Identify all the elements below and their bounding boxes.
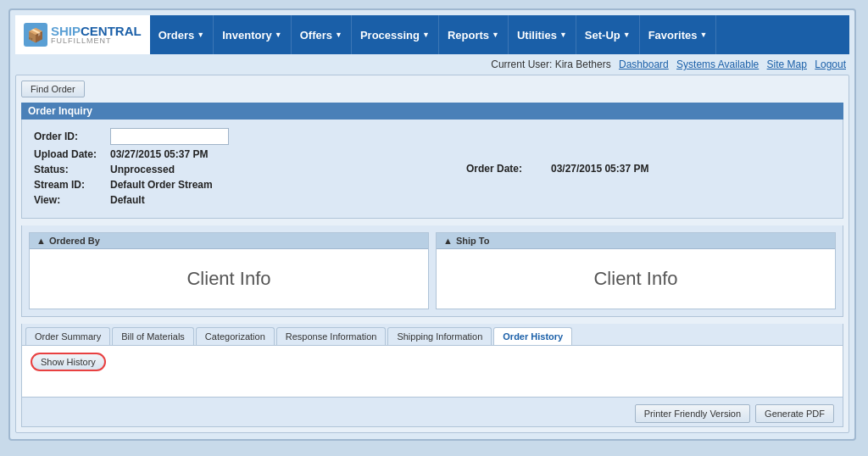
- nav-utilities[interactable]: Utilities ▼: [509, 15, 576, 54]
- logo-fulfillment: FULFILLMENT: [51, 37, 142, 45]
- dashboard-link[interactable]: Dashboard: [619, 58, 669, 70]
- nav-offers[interactable]: Offers ▼: [292, 15, 352, 54]
- order-fields: Order ID: Upload Date: 03/27/2015 05:37 …: [34, 128, 831, 209]
- order-inquiry-header: Order Inquiry: [21, 103, 843, 120]
- tab-bill-of-materials[interactable]: Bill of Materials: [112, 327, 194, 345]
- ordered-by-title: Ordered By: [49, 236, 100, 246]
- upload-date-label: Upload Date:: [34, 148, 110, 160]
- find-order-button[interactable]: Find Order: [21, 81, 85, 97]
- tabs-bar: Order Summary Bill of Materials Categori…: [22, 324, 843, 346]
- navbar: 📦 SHIPCENTRAL FULFILLMENT Orders ▼ Inven…: [15, 15, 849, 54]
- logo-area: 📦 SHIPCENTRAL FULFILLMENT: [15, 15, 150, 54]
- order-inquiry-body: Order ID: Upload Date: 03/27/2015 05:37 …: [21, 120, 843, 219]
- tab-response-information[interactable]: Response Information: [276, 327, 387, 345]
- generate-pdf-button[interactable]: Generate PDF: [755, 404, 834, 423]
- nav-favorites[interactable]: Favorites ▼: [640, 15, 717, 54]
- nav-setup[interactable]: Set-Up ▼: [576, 15, 640, 54]
- tab-shipping-information[interactable]: Shipping Information: [387, 327, 492, 345]
- ship-to-panel: ▲ Ship To Client Info: [436, 232, 836, 309]
- logo-ship-text: SHIPCENTRAL: [51, 25, 142, 37]
- stream-id-row: Stream ID: Default Order Stream: [34, 179, 432, 191]
- status-row: Status: Unprocessed: [34, 164, 432, 175]
- ordered-by-client-info: Client Info: [186, 268, 270, 290]
- main-content: Find Order Order Inquiry Order ID: Uploa…: [15, 75, 849, 433]
- outer-frame: 📦 SHIPCENTRAL FULFILLMENT Orders ▼ Inven…: [8, 8, 856, 441]
- order-date-value: 03/27/2015 05:37 PM: [551, 163, 648, 175]
- ship-to-title: Ship To: [456, 236, 490, 246]
- nav-orders[interactable]: Orders ▼: [150, 15, 214, 54]
- systems-available-link[interactable]: Systems Available: [676, 58, 759, 70]
- nav-reports[interactable]: Reports ▼: [439, 15, 509, 54]
- ordered-by-panel: ▲ Ordered By Client Info: [29, 232, 429, 309]
- upload-date-value: 03/27/2015 05:37 PM: [110, 148, 208, 160]
- ordered-by-collapse-icon[interactable]: ▲: [36, 236, 46, 246]
- logo: 📦 SHIPCENTRAL FULFILLMENT: [24, 23, 142, 47]
- ship-to-collapse-icon[interactable]: ▲: [443, 236, 453, 246]
- view-value: Default: [110, 194, 145, 206]
- left-fields: Order ID: Upload Date: 03/27/2015 05:37 …: [34, 128, 432, 209]
- stream-id-value: Default Order Stream: [110, 179, 213, 191]
- ship-to-client-info: Client Info: [593, 268, 677, 290]
- tab-content: Show History: [22, 346, 843, 397]
- stream-id-label: Stream ID:: [34, 179, 110, 191]
- tab-order-summary[interactable]: Order Summary: [25, 327, 110, 345]
- bottom-bar: Printer Friendly Version Generate PDF: [21, 398, 843, 427]
- right-fields: Order Date: 03/27/2015 05:37 PM: [432, 128, 831, 209]
- nav-inventory[interactable]: Inventory ▼: [214, 15, 291, 54]
- ordered-by-body: Client Info: [30, 249, 428, 309]
- logo-icon: 📦: [24, 23, 47, 47]
- upload-date-row: Upload Date: 03/27/2015 05:37 PM: [34, 148, 432, 160]
- printer-friendly-button[interactable]: Printer Friendly Version: [635, 404, 750, 423]
- view-row: View: Default: [34, 194, 432, 206]
- show-history-button[interactable]: Show History: [31, 353, 106, 371]
- order-date-section: Order Date: 03/27/2015 05:37 PM: [466, 128, 648, 209]
- status-label: Status:: [34, 164, 110, 175]
- ordered-by-header: ▲ Ordered By: [30, 233, 428, 249]
- order-id-input[interactable]: [110, 128, 229, 145]
- current-user-label: Current User: Kira Bethers: [491, 58, 610, 70]
- nav-menu: Orders ▼ Inventory ▼ Offers ▼ Processing…: [150, 15, 717, 54]
- status-value: Unprocessed: [110, 164, 175, 175]
- order-id-label: Order ID:: [34, 131, 110, 142]
- top-bar: Current User: Kira Bethers Dashboard Sys…: [15, 54, 849, 75]
- logo-text: SHIPCENTRAL FULFILLMENT: [51, 25, 142, 45]
- order-date-label: Order Date:: [466, 163, 542, 175]
- tab-order-history[interactable]: Order History: [493, 327, 572, 345]
- ship-to-body: Client Info: [437, 249, 835, 309]
- tabs-section: Order Summary Bill of Materials Categori…: [21, 324, 843, 398]
- site-map-link[interactable]: Site Map: [767, 58, 807, 70]
- logout-link[interactable]: Logout: [815, 58, 846, 70]
- nav-processing[interactable]: Processing ▼: [352, 15, 439, 54]
- view-label: View:: [34, 194, 110, 206]
- tab-categorization[interactable]: Categorization: [196, 327, 275, 345]
- ship-to-header: ▲ Ship To: [437, 233, 835, 249]
- order-id-row: Order ID:: [34, 128, 432, 145]
- client-sections: ▲ Ordered By Client Info ▲ Ship To Clien…: [21, 225, 843, 317]
